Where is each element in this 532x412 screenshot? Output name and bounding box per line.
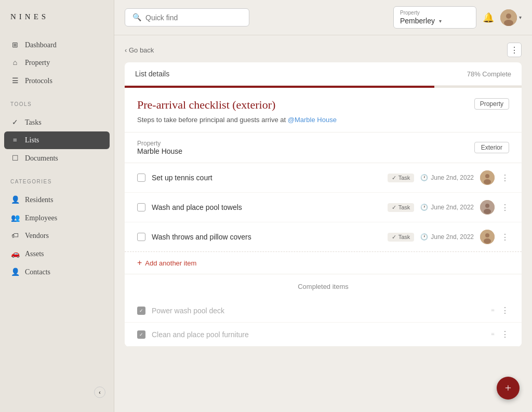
item-checkbox-3[interactable] — [137, 233, 145, 241]
assets-icon: 🚗 — [10, 249, 20, 258]
item-name-1: Set up tennis court — [152, 174, 381, 182]
tasks-icon: ✓ — [10, 118, 20, 127]
completed-item-name-1: Power wash pool deck — [152, 307, 485, 315]
item-checkbox-1[interactable] — [137, 174, 145, 182]
categories-section-label: CATEGORIES — [0, 171, 114, 187]
task-check-icon: ✓ — [392, 175, 396, 181]
clock-icon-1: 🕐 — [420, 174, 428, 181]
sidebar-item-label: Contacts — [25, 268, 50, 276]
svg-point-4 — [485, 174, 489, 178]
go-back-link[interactable]: ‹ Go back — [125, 46, 154, 54]
completed-more-button-1[interactable]: ⋮ — [501, 305, 509, 315]
more-options-button[interactable]: ⋮ — [507, 43, 522, 57]
checklist-item: Wash throws and pillow covers ✓ Task 🕐 J… — [125, 222, 522, 251]
item-date-2: 🕐 June 2nd, 2022 — [420, 204, 474, 211]
logo: NINES — [0, 0, 114, 32]
svg-point-7 — [485, 204, 489, 208]
item-date-3: 🕐 June 2nd, 2022 — [420, 233, 474, 241]
prop-info-label: Property — [137, 140, 182, 147]
topbar-icons: 🔔 ▾ — [483, 9, 522, 26]
item-name-2: Wash and place pool towels — [152, 203, 381, 211]
sidebar-item-residents[interactable]: 👤 Residents — [0, 191, 114, 209]
list-details: Pre-arrival checklist (exterior) Steps t… — [125, 88, 522, 132]
contacts-icon: 👤 — [10, 268, 20, 276]
item-date-1: 🕐 June 2nd, 2022 — [420, 174, 474, 181]
completed-checkbox-1[interactable]: ✓ — [137, 307, 145, 315]
search-input[interactable] — [145, 14, 242, 22]
list-card: List details 78% Complete Pre-arrival ch… — [125, 62, 522, 347]
tools-section-label: TOOLS — [0, 94, 114, 109]
protocols-icon: ☰ — [10, 76, 20, 85]
completed-item: ✓ Power wash pool deck ≡ ⋮ — [125, 299, 522, 323]
dashboard-icon: ⊞ — [10, 41, 20, 49]
task-badge-1: ✓ Task — [388, 174, 415, 182]
svg-point-1 — [506, 14, 511, 19]
sidebar-item-vendors[interactable]: 🏷 Vendors — [0, 227, 114, 245]
checklist-section: Set up tennis court ✓ Task 🕐 June 2nd, 2… — [125, 163, 522, 251]
item-avatar-3 — [480, 230, 495, 244]
fab-plus-icon: + — [505, 381, 511, 395]
task-badge-3: ✓ Task — [388, 233, 415, 242]
fab-button[interactable]: + — [497, 377, 520, 400]
property-info-row: Property Marble House Exterior — [125, 132, 522, 163]
notification-bell-icon[interactable]: 🔔 — [483, 12, 494, 23]
home-icon: ⌂ — [10, 59, 20, 67]
avatar-chevron-icon: ▾ — [519, 15, 522, 20]
checklist-item: Set up tennis court ✓ Task 🕐 June 2nd, 2… — [125, 163, 522, 193]
sidebar-item-employees[interactable]: 👥 Employees — [0, 209, 114, 227]
list-title: Pre-arrival checklist (exterior) — [137, 98, 337, 112]
sidebar-item-property[interactable]: ⌂ Property — [0, 54, 114, 72]
content-area: ‹ Go back ⋮ List details 78% Complete — [114, 35, 532, 412]
sidebar-item-label: Dashboard — [25, 41, 57, 49]
item-avatar-2 — [480, 200, 495, 215]
list-description: Steps to take before principal and guest… — [137, 116, 337, 124]
task-badge-2: ✓ Task — [388, 203, 415, 212]
avatar — [500, 9, 517, 26]
sidebar-item-label: Documents — [25, 154, 58, 163]
item-more-button-3[interactable]: ⋮ — [501, 232, 509, 242]
categories-nav: 👤 Residents 👥 Employees 🏷 Vendors 🚗 Asse… — [0, 187, 114, 285]
sidebar-collapse-button[interactable]: ‹ — [94, 387, 105, 398]
tools-nav: ✓ Tasks ≡ Lists ☐ Documents — [0, 109, 114, 171]
completed-more-button-2[interactable]: ⋮ — [501, 329, 509, 339]
sidebar-collapse-area: ‹ — [0, 384, 114, 412]
sidebar-item-contacts[interactable]: 👤 Contacts — [0, 263, 114, 281]
svg-point-11 — [484, 238, 491, 244]
mention-link[interactable]: @Marble House — [288, 116, 337, 124]
sidebar-item-label: Residents — [25, 196, 53, 204]
checklist-item: Wash and place pool towels ✓ Task 🕐 June… — [125, 193, 522, 222]
item-name-3: Wash throws and pillow covers — [152, 233, 381, 241]
drag-handle-2: ≡ — [491, 330, 495, 338]
search-icon: 🔍 — [132, 13, 141, 22]
svg-point-5 — [484, 179, 491, 184]
search-box[interactable]: 🔍 — [125, 8, 249, 26]
sidebar-item-protocols[interactable]: ☰ Protocols — [0, 72, 114, 90]
user-avatar-dropdown[interactable]: ▾ — [500, 9, 522, 26]
sidebar-item-tasks[interactable]: ✓ Tasks — [0, 113, 114, 131]
topbar: 🔍 Property Pemberley ▾ 🔔 — [114, 0, 532, 35]
sidebar-item-lists[interactable]: ≡ Lists — [4, 131, 110, 149]
sidebar-item-dashboard[interactable]: ⊞ Dashboard — [0, 36, 114, 54]
main-nav: ⊞ Dashboard ⌂ Property ☰ Protocols — [0, 32, 114, 94]
lists-icon: ≡ — [10, 136, 20, 144]
sidebar-item-assets[interactable]: 🚗 Assets — [0, 245, 114, 263]
completed-checkbox-2[interactable]: ✓ — [137, 330, 145, 339]
sidebar-item-documents[interactable]: ☐ Documents — [0, 149, 114, 167]
add-item-button[interactable]: + Add another item — [137, 258, 196, 268]
list-tag: Property — [474, 98, 509, 110]
plus-icon: + — [137, 258, 142, 268]
sidebar-item-label: Employees — [25, 214, 57, 222]
property-value: Pemberley ▾ — [400, 17, 470, 25]
vendors-icon: 🏷 — [10, 232, 20, 240]
sidebar: NINES ⊞ Dashboard ⌂ Property ☰ Protocols… — [0, 0, 114, 412]
item-more-button-1[interactable]: ⋮ — [501, 173, 509, 183]
property-selector[interactable]: Property Pemberley ▾ — [393, 6, 476, 29]
item-more-button-2[interactable]: ⋮ — [501, 203, 509, 212]
item-checkbox-2[interactable] — [137, 203, 145, 211]
drag-handle-1: ≡ — [491, 307, 495, 314]
sidebar-item-label: Vendors — [25, 232, 49, 240]
sidebar-item-label: Protocols — [25, 77, 52, 85]
property-chevron-icon: ▾ — [439, 18, 442, 24]
main-content: 🔍 Property Pemberley ▾ 🔔 — [114, 0, 532, 412]
list-card-header: List details 78% Complete — [125, 62, 522, 86]
